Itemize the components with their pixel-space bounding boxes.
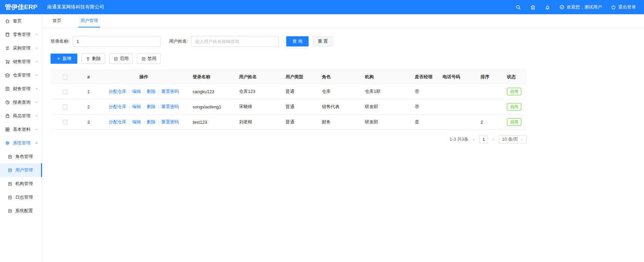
reset-password-link[interactable]: 重置密码 — [161, 89, 179, 94]
enable-button[interactable]: 启用 — [109, 54, 133, 64]
document-icon — [7, 208, 13, 214]
chevron-down-icon — [35, 46, 39, 50]
sidebar-item-finance[interactable]: 财务管理 — [0, 82, 42, 96]
sidebar-item-log-mgmt[interactable]: 日志管理 — [0, 190, 42, 204]
divider — [144, 105, 144, 109]
index-cell: 2 — [79, 99, 98, 115]
sidebar-item-system[interactable]: 系统管理 — [0, 136, 42, 150]
bank-icon[interactable] — [530, 4, 536, 10]
org-cell: 研发部 — [362, 99, 412, 115]
row-checkbox[interactable] — [63, 105, 67, 109]
disable-button[interactable]: 禁用 — [137, 54, 161, 64]
pagination-total: 1-3 共3条 — [450, 136, 469, 142]
tab-home[interactable]: 首页 — [51, 14, 63, 27]
sidebar-item-report[interactable]: 报表查询 — [0, 96, 42, 109]
sidebar-item-warehouse[interactable]: 仓库管理 — [0, 68, 42, 82]
app-logo: 管伊佳ERP — [0, 3, 42, 12]
sidebar: 首页 零售管理 采购管理 销售管理 仓库管理 财务管理 — [0, 14, 42, 262]
delete-button[interactable]: 删除 — [81, 54, 105, 64]
sidebar-item-user-mgmt[interactable]: 用户管理 — [0, 163, 42, 177]
table-row: 1 分配仓库编辑删除重置密码 cangku123 仓库123 普通 仓库 仓库1… — [51, 84, 527, 99]
prev-page-icon[interactable] — [472, 137, 476, 141]
type-cell: 普通 — [283, 99, 319, 115]
login-cell: cangku123 — [190, 84, 236, 99]
logout-text: 退出登录 — [618, 4, 636, 10]
sidebar-item-role-mgmt[interactable]: 角色管理 — [0, 150, 42, 163]
bell-icon[interactable] — [545, 4, 550, 10]
table-row: 2 分配仓库编辑删除重置密码 songxiaofeng1 宋晓锋 普通 销售代表… — [51, 99, 527, 115]
document-icon — [7, 154, 13, 159]
assign-warehouse-link[interactable]: 分配仓库 — [109, 104, 126, 109]
topbar: 管伊佳ERP 南通某某网络科技有限公司 欢迎您，测试用户 退出登录 — [0, 0, 644, 14]
header-sort: 排序 — [478, 70, 504, 84]
reset-button[interactable]: 重 置 — [313, 36, 333, 46]
sidebar-item-label: 仓库管理 — [13, 72, 35, 78]
tabbar: 首页 用户管理 — [42, 14, 644, 28]
divider — [129, 105, 130, 109]
status-badge[interactable]: 启用 — [507, 88, 521, 95]
delete-link[interactable]: 删除 — [147, 89, 156, 94]
sidebar-item-label: 机构管理 — [15, 181, 39, 187]
manager-cell: 否 — [412, 84, 440, 99]
header-login: 登录名称 — [190, 70, 236, 84]
delete-link[interactable]: 删除 — [147, 104, 156, 109]
next-page-icon[interactable] — [491, 137, 495, 141]
sidebar-item-sales[interactable]: 销售管理 — [0, 55, 42, 68]
logout-button[interactable]: 退出登录 — [611, 4, 636, 10]
row-checkbox[interactable] — [63, 120, 67, 125]
sidebar-item-system-config[interactable]: 系统配置 — [0, 204, 42, 218]
enable-button-label: 启用 — [120, 56, 129, 62]
sidebar-item-label: 基本资料 — [13, 126, 35, 133]
chevron-down-icon — [35, 73, 39, 77]
add-button-label: 新增 — [62, 56, 71, 62]
search-icon[interactable] — [515, 4, 521, 10]
chevron-down-icon — [35, 87, 39, 91]
content: 登录名称: 用户姓名: 查 询 重 置 新增 删除 启用 — [42, 36, 644, 143]
box-icon — [5, 73, 10, 78]
user-table: # 操作 登录名称 用户姓名 用户类型 角色 机构 是否经理 电话号码 排序 状… — [51, 70, 527, 143]
home-icon — [5, 18, 10, 24]
edit-link[interactable]: 编辑 — [132, 119, 141, 124]
sidebar-item-basic-data[interactable]: 基本资料 — [0, 123, 42, 136]
divider — [144, 120, 144, 124]
bag-icon — [5, 113, 10, 119]
edit-link[interactable]: 编辑 — [132, 104, 141, 109]
delete-link[interactable]: 删除 — [147, 119, 156, 124]
reset-password-link[interactable]: 重置密码 — [161, 104, 179, 109]
plus-icon — [57, 57, 61, 61]
user-name-input[interactable] — [191, 36, 279, 47]
sidebar-item-retail[interactable]: 零售管理 — [0, 28, 42, 41]
chevron-down-icon — [35, 33, 39, 37]
sidebar-item-label: 报表查询 — [13, 99, 35, 105]
sidebar-item-purchase[interactable]: 采购管理 — [0, 41, 42, 55]
toolbar: 新增 删除 启用 禁用 — [51, 54, 636, 64]
sidebar-item-goods[interactable]: 商品管理 — [0, 109, 42, 123]
reset-password-link[interactable]: 重置密码 — [161, 119, 179, 124]
add-button[interactable]: 新增 — [51, 54, 77, 64]
header-name: 用户姓名 — [236, 70, 283, 84]
chevron-down-icon — [35, 100, 39, 104]
status-badge[interactable]: 启用 — [507, 103, 521, 110]
edit-link[interactable]: 编辑 — [132, 89, 141, 94]
current-page[interactable]: 1 — [479, 135, 488, 143]
tab-user-mgmt[interactable]: 用户管理 — [78, 14, 100, 27]
company-name: 南通某某网络科技有限公司 — [47, 4, 104, 10]
header-role: 角色 — [319, 70, 362, 84]
login-name-input[interactable] — [73, 36, 160, 47]
welcome-user[interactable]: 欢迎您，测试用户 — [559, 4, 602, 10]
assign-warehouse-link[interactable]: 分配仓库 — [109, 89, 126, 94]
status-badge[interactable]: 启用 — [507, 118, 521, 126]
manager-cell: 是 — [412, 115, 440, 130]
sidebar-item-home[interactable]: 首页 — [0, 14, 42, 28]
page-size-select[interactable]: 10 条/页 — [499, 135, 527, 143]
row-checkbox[interactable] — [63, 89, 67, 94]
sidebar-item-label: 角色管理 — [15, 154, 39, 160]
select-all-checkbox[interactable] — [63, 75, 67, 80]
table-header-row: # 操作 登录名称 用户姓名 用户类型 角色 机构 是否经理 电话号码 排序 状… — [51, 70, 527, 84]
assign-warehouse-link[interactable]: 分配仓库 — [109, 119, 126, 124]
sort-cell — [478, 84, 504, 99]
search-button[interactable]: 查 询 — [286, 36, 309, 46]
manager-cell: 否 — [412, 99, 440, 115]
sidebar-item-org-mgmt[interactable]: 机构管理 — [0, 177, 42, 190]
gear-icon — [5, 140, 10, 146]
